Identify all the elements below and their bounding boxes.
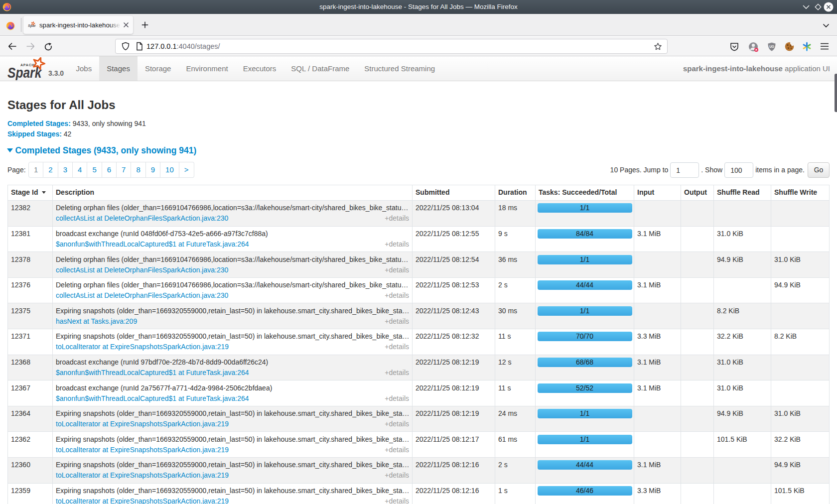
svg-text:UO: UO <box>769 45 774 48</box>
